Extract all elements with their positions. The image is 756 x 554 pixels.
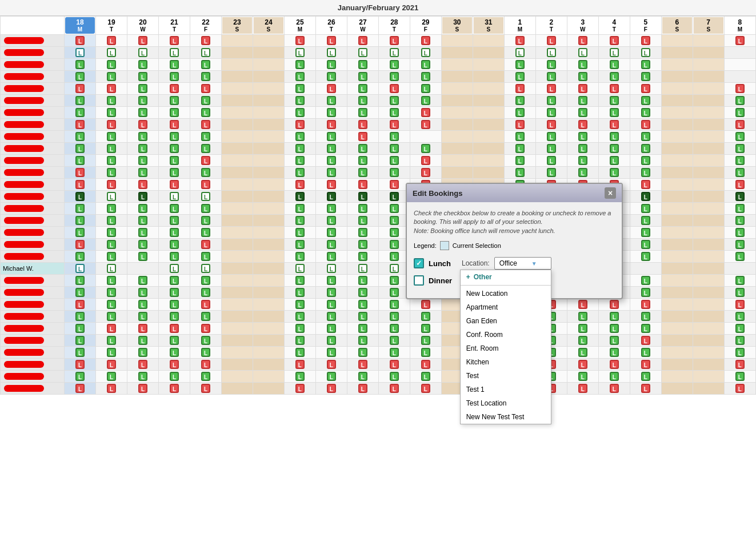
booking-button[interactable]: L [358, 252, 367, 261]
booking-button[interactable]: L [641, 120, 650, 129]
booking-button[interactable]: L [170, 60, 179, 69]
dropdown-item-test-location[interactable]: Test Location [461, 396, 551, 410]
booking-button[interactable]: L [421, 300, 430, 309]
booking-button[interactable]: L [390, 288, 399, 297]
booking-button[interactable]: L [578, 108, 587, 117]
booking-button[interactable]: L [578, 48, 587, 57]
booking-button[interactable]: L [735, 360, 745, 369]
booking-button[interactable]: L [170, 240, 179, 249]
booking-button[interactable]: L [170, 348, 179, 357]
booking-button[interactable]: L [327, 228, 336, 237]
booking-button[interactable]: L [735, 252, 745, 261]
booking-button[interactable]: L [421, 72, 430, 81]
booking-button[interactable]: L [327, 240, 336, 249]
booking-button[interactable]: L [75, 96, 85, 105]
booking-button[interactable]: L [107, 384, 116, 393]
booking-button[interactable]: L [358, 216, 367, 225]
booking-button[interactable]: L [390, 96, 399, 105]
booking-button[interactable]: L [295, 360, 305, 369]
booking-button[interactable]: L [421, 336, 430, 345]
booking-button[interactable]: L [170, 84, 179, 93]
booking-button[interactable]: L [358, 324, 367, 333]
booking-button[interactable]: L [107, 336, 116, 345]
booking-button[interactable]: L [75, 180, 85, 189]
booking-button[interactable]: L [75, 36, 85, 45]
booking-button[interactable]: L [578, 156, 587, 165]
booking-button[interactable]: L [547, 36, 556, 45]
booking-button[interactable]: L [421, 384, 430, 393]
booking-button[interactable]: L [107, 228, 116, 237]
booking-button[interactable]: L [358, 264, 367, 273]
booking-button[interactable]: L [201, 96, 210, 105]
booking-button[interactable]: L [327, 276, 336, 285]
booking-button[interactable]: L [421, 312, 430, 321]
booking-button[interactable]: L [390, 312, 399, 321]
booking-button[interactable]: L [358, 72, 367, 81]
booking-button[interactable]: L [138, 204, 147, 213]
booking-button[interactable]: L [170, 312, 179, 321]
booking-button[interactable]: L [75, 168, 85, 177]
booking-button[interactable]: L [75, 372, 85, 381]
booking-button[interactable]: L [201, 144, 210, 153]
booking-button[interactable]: L [107, 288, 116, 297]
booking-button[interactable]: L [735, 180, 745, 189]
booking-button[interactable]: L [327, 372, 336, 381]
dropdown-item-test1[interactable]: Test 1 [461, 383, 551, 396]
booking-button[interactable]: L [641, 252, 650, 261]
booking-button[interactable]: L [390, 36, 399, 45]
booking-button[interactable]: L [358, 144, 367, 153]
booking-button[interactable]: L [547, 156, 556, 165]
booking-button[interactable]: L [201, 36, 210, 45]
booking-button[interactable]: L [578, 324, 587, 333]
booking-button[interactable]: L [641, 360, 650, 369]
booking-button[interactable]: L [421, 36, 430, 45]
booking-button[interactable]: L [327, 216, 336, 225]
booking-button[interactable]: L [170, 252, 179, 261]
booking-button[interactable]: L [295, 348, 305, 357]
booking-button[interactable]: L [421, 156, 430, 165]
booking-button[interactable]: L [610, 312, 619, 321]
booking-button[interactable]: L [327, 120, 336, 129]
booking-button[interactable]: L [390, 84, 399, 93]
booking-button[interactable]: L [138, 72, 147, 81]
booking-button[interactable]: L [75, 336, 85, 345]
booking-button[interactable]: L [75, 384, 85, 393]
booking-button[interactable]: L [75, 60, 85, 69]
booking-button[interactable]: L [515, 48, 525, 57]
booking-button[interactable]: L [735, 204, 745, 213]
booking-button[interactable]: L [327, 336, 336, 345]
booking-button[interactable]: L [138, 288, 147, 297]
booking-button[interactable]: L [138, 276, 147, 285]
booking-button[interactable]: L [201, 312, 210, 321]
booking-button[interactable]: L [735, 288, 745, 297]
booking-button[interactable]: L [327, 36, 336, 45]
booking-button[interactable]: L [170, 96, 179, 105]
booking-button[interactable]: L [107, 108, 116, 117]
booking-button[interactable]: L [358, 372, 367, 381]
booking-button[interactable]: L [75, 204, 85, 213]
booking-button[interactable]: L [295, 168, 305, 177]
booking-button[interactable]: L [138, 348, 147, 357]
dropdown-item-test[interactable]: Test [461, 369, 551, 383]
booking-button[interactable]: L [327, 288, 336, 297]
booking-button[interactable]: L [75, 120, 85, 129]
booking-button[interactable]: L [295, 216, 305, 225]
booking-button[interactable]: L [170, 384, 179, 393]
booking-button[interactable]: L [390, 264, 399, 273]
booking-button[interactable]: L [138, 336, 147, 345]
booking-button[interactable]: L [75, 252, 85, 261]
booking-button[interactable]: L [138, 48, 147, 57]
booking-button[interactable]: L [515, 168, 525, 177]
booking-button[interactable]: L [358, 60, 367, 69]
booking-button[interactable]: L [547, 84, 556, 93]
booking-button[interactable]: L [170, 264, 179, 273]
booking-button[interactable]: L [107, 300, 116, 309]
booking-button[interactable]: L [735, 240, 745, 249]
booking-button[interactable]: L [107, 48, 116, 57]
booking-button[interactable]: L [735, 120, 745, 129]
booking-button[interactable]: L [201, 216, 210, 225]
booking-button[interactable]: L [201, 168, 210, 177]
booking-button[interactable]: L [641, 180, 650, 189]
booking-button[interactable]: L [107, 264, 116, 273]
booking-button[interactable]: L [295, 132, 305, 141]
